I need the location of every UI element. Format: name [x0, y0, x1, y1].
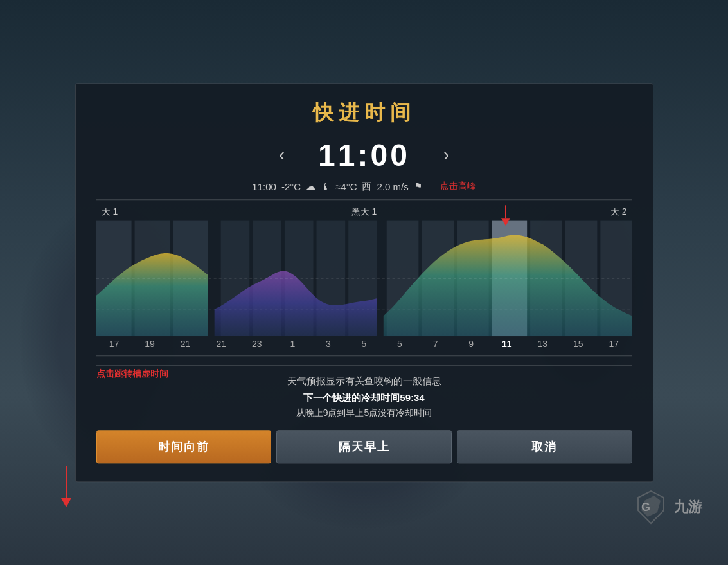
- no-cooldown-text: 从晚上9点到早上5点没有冷却时间: [287, 406, 441, 420]
- day1-label: 天 1: [102, 206, 118, 218]
- cooldown-text: 下一个快进的冷却时间59:34: [287, 390, 441, 406]
- cancel-button[interactable]: 取消: [457, 430, 632, 463]
- weather-info-bar: 11:00 -2°C ☁ 🌡 ≈4°C 西 2.0 m/s ⚑ 点击高峰: [96, 181, 632, 193]
- tick-19: 19: [137, 339, 163, 349]
- down-arrow-indicator: [61, 466, 71, 507]
- modal-title: 快进时间: [96, 99, 632, 127]
- tick-3: 3: [315, 339, 341, 349]
- divider-top: [96, 199, 632, 200]
- watermark: G 九游: [632, 488, 702, 526]
- tick-15: 15: [565, 339, 591, 349]
- wind-icon: ⚑: [414, 181, 422, 192]
- tick-23: 23: [244, 339, 270, 349]
- tick-5a: 5: [351, 339, 377, 349]
- action-buttons: 时间向前 隔天早上 取消: [96, 430, 632, 463]
- forecast-text: 天气预报显示有关鱼咬钩的一般信息 下一个快进的冷却时间59:34 从晚上9点到早…: [287, 373, 441, 420]
- tick-13: 13: [529, 339, 555, 349]
- tick-17b: 17: [601, 339, 626, 349]
- chart-day-labels: 天 1 黑天 1 天 2: [96, 206, 632, 218]
- time-axis: 17 19 21 21 23 1 3 5 5 7 9 11 13 15 17: [96, 336, 632, 349]
- wind-direction: 西: [362, 181, 371, 193]
- current-time-display: 11:00: [318, 138, 410, 173]
- tick-5b: 5: [387, 339, 413, 349]
- wind-speed: 2.0 m/s: [377, 181, 408, 192]
- time-navigation: ‹ 11:00 ›: [96, 138, 632, 173]
- night1-label: 黑天 1: [351, 206, 377, 218]
- weather-temp: -2°C: [281, 181, 301, 192]
- tick-7: 7: [423, 339, 448, 349]
- peak-arrow-shaft: [505, 205, 506, 218]
- wave-temp: ≈4°C: [335, 181, 357, 192]
- info-section: 点击跳转槽虚时间 天气预报显示有关鱼咬钩的一般信息 下一个快进的冷却时间59:3…: [96, 365, 632, 420]
- jump-tooltip[interactable]: 点击跳转槽虚时间: [96, 368, 168, 380]
- cloud-icon: ☁: [306, 181, 315, 192]
- divider-bottom: [96, 355, 632, 356]
- tick-17a: 17: [102, 339, 127, 349]
- forward-button[interactable]: 时间向前: [96, 430, 272, 463]
- svg-text:G: G: [641, 501, 650, 514]
- tick-1: 1: [280, 339, 305, 349]
- next-time-button[interactable]: ›: [436, 142, 457, 168]
- day2-label: 天 2: [610, 206, 627, 218]
- watermark-logo-svg: G: [632, 488, 670, 526]
- chart-canvas[interactable]: [96, 220, 632, 336]
- arrow-line: [66, 466, 67, 498]
- watermark-text: 九游: [674, 498, 702, 517]
- peak-arrow-head: [501, 218, 510, 226]
- arrow-head: [61, 498, 71, 507]
- weather-time: 11:00: [252, 181, 276, 192]
- tick-9: 9: [458, 339, 484, 349]
- forecast-main: 天气预报显示有关鱼咬钩的一般信息: [287, 373, 441, 389]
- peak-arrow: [501, 205, 510, 226]
- tick-21b: 21: [208, 339, 234, 349]
- tick-21a: 21: [173, 339, 199, 349]
- fast-forward-modal: 快进时间 ‹ 11:00 › 11:00 -2°C ☁ 🌡 ≈4°C 西 2.0…: [75, 83, 653, 482]
- chart-section: 天 1 黑天 1 天 2: [96, 206, 632, 349]
- next-morning-button[interactable]: 隔天早上: [276, 430, 452, 463]
- peak-label[interactable]: 点击高峰: [440, 181, 476, 192]
- prev-time-button[interactable]: ‹: [271, 142, 292, 168]
- thermometer-icon: 🌡: [321, 181, 330, 192]
- tick-11: 11: [494, 339, 520, 349]
- tooltip-overlay: 点击跳转槽虚时间 天气预报显示有关鱼咬钩的一般信息 下一个快进的冷却时间59:3…: [96, 373, 632, 420]
